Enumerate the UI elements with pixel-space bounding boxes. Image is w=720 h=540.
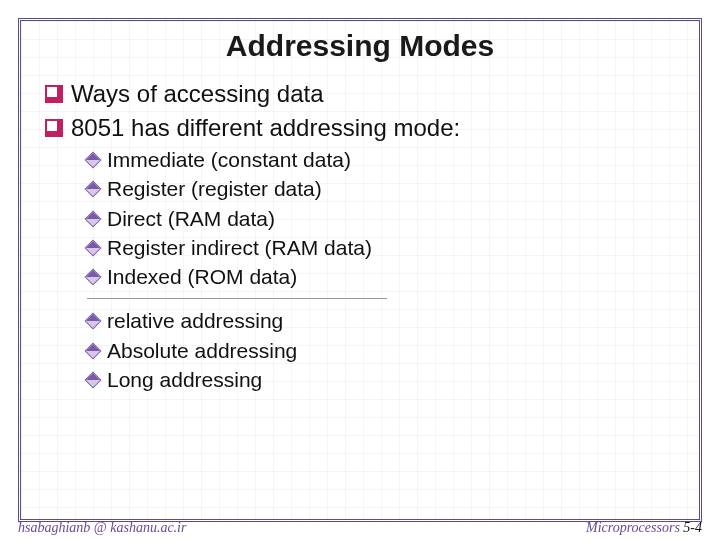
square-bullet-icon [45, 119, 63, 137]
sub-bullet-text: Register (register data) [107, 176, 322, 202]
bullet-item: 8051 has different addressing mode: [45, 113, 675, 143]
separator-line [87, 298, 387, 300]
footer-author: hsabaghianb @ kashanu.ac.ir [18, 520, 186, 536]
diamond-bullet-icon [85, 371, 102, 388]
slide: Addressing Modes Ways of accessing data … [0, 0, 720, 540]
footer-page: Microprocessors 5-4 [586, 520, 702, 536]
diamond-bullet-icon [85, 152, 102, 169]
sub-bullet-item: Absolute addressing [87, 338, 675, 364]
bullet-text: 8051 has different addressing mode: [71, 113, 460, 143]
slide-title: Addressing Modes [21, 21, 699, 69]
sub-bullet-item: Long addressing [87, 367, 675, 393]
sub-bullet-item: Register indirect (RAM data) [87, 235, 675, 261]
diamond-bullet-icon [85, 313, 102, 330]
bullet-text: Ways of accessing data [71, 79, 324, 109]
sub-bullet-group: relative addressing Absolute addressing … [45, 308, 675, 393]
diamond-bullet-icon [85, 239, 102, 256]
sub-bullet-item: Indexed (ROM data) [87, 264, 675, 290]
sub-bullet-item: relative addressing [87, 308, 675, 334]
footer-course-label: Microprocessors [586, 520, 683, 535]
sub-bullet-text: Long addressing [107, 367, 262, 393]
footer-page-number: 5-4 [683, 520, 702, 535]
sub-bullet-text: Register indirect (RAM data) [107, 235, 372, 261]
sub-bullet-item: Immediate (constant data) [87, 147, 675, 173]
diamond-bullet-icon [85, 210, 102, 227]
sub-bullet-text: Direct (RAM data) [107, 206, 275, 232]
sub-bullet-text: Indexed (ROM data) [107, 264, 297, 290]
sub-bullet-text: Absolute addressing [107, 338, 297, 364]
sub-bullet-text: relative addressing [107, 308, 283, 334]
slide-content: Ways of accessing data 8051 has differen… [21, 69, 699, 393]
diamond-bullet-icon [85, 342, 102, 359]
slide-frame: Addressing Modes Ways of accessing data … [18, 18, 702, 522]
slide-footer: hsabaghianb @ kashanu.ac.ir Microprocess… [18, 520, 702, 536]
sub-bullet-group: Immediate (constant data) Register (regi… [45, 147, 675, 290]
diamond-bullet-icon [85, 181, 102, 198]
sub-bullet-item: Direct (RAM data) [87, 206, 675, 232]
diamond-bullet-icon [85, 269, 102, 286]
square-bullet-icon [45, 85, 63, 103]
sub-bullet-item: Register (register data) [87, 176, 675, 202]
bullet-item: Ways of accessing data [45, 79, 675, 109]
sub-bullet-text: Immediate (constant data) [107, 147, 351, 173]
